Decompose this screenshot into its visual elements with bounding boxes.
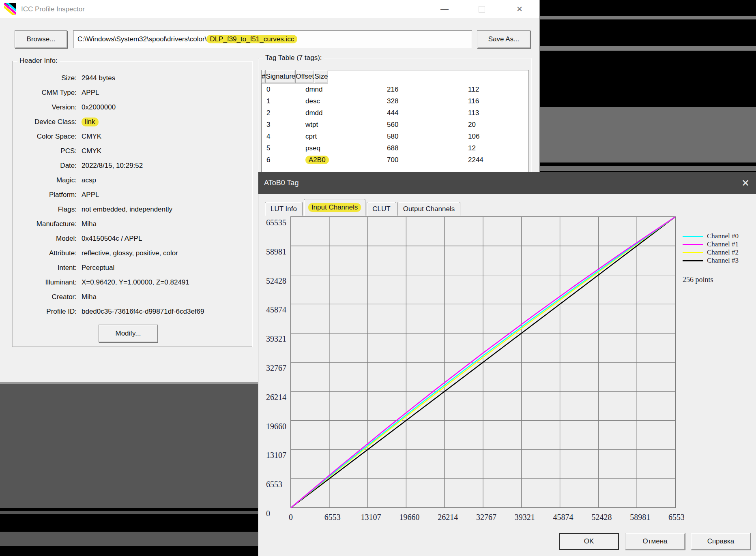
svg-text:65535: 65535 [668,513,684,522]
table-row[interactable]: 5 pseq 688 12 [262,142,528,154]
tab-label: Input Channels [308,203,361,212]
field-value: bded0c35-73616f4c-d99871df-6cd3ef69 [82,308,204,316]
column-header[interactable]: Size [314,70,328,83]
maximize-button[interactable] [472,0,491,18]
window-title: ICC Profile Inspector [21,0,85,18]
minimize-button[interactable]: — [435,0,454,18]
file-path-prefix: C:\Windows\System32\spool\drivers\color\ [77,35,206,43]
svg-text:45874: 45874 [266,305,286,314]
dialog-close-button[interactable]: ✕ [735,172,756,194]
svg-text:58981: 58981 [630,513,650,522]
field-label: PCS: [16,147,77,155]
table-row[interactable]: 2 dmdd 444 113 [262,107,528,119]
tag-offset: 688 [380,144,462,152]
svg-text:45874: 45874 [553,513,573,522]
chart-canvas: 6553558981524284587439321327672621419660… [262,213,684,527]
header-field-row: Flags: not embedded, independently [16,202,249,217]
tag-index: 6 [262,156,299,164]
file-path-input[interactable]: C:\Windows\System32\spool\drivers\color\… [73,30,472,48]
field-value: 0x4150504c / APPL [82,235,142,243]
minimize-icon: — [440,4,449,14]
tag-size: 116 [462,97,527,105]
help-button[interactable]: Справка [691,533,751,550]
header-field-row: Device Class: link [16,115,249,129]
svg-text:0: 0 [266,509,270,518]
svg-text:26214: 26214 [266,393,286,402]
field-label: Version: [16,103,77,111]
cancel-button[interactable]: Отмена [625,533,685,550]
field-value: acsp [82,176,96,184]
field-label: Attribute: [16,249,77,257]
tag-signature: desc [299,97,380,105]
header-info-group-label: Header Info: [17,57,60,65]
input-channels-chart: 6553558981524284587439321327672621419660… [262,213,684,527]
header-field-row: Platform: APPL [16,188,249,202]
desktop-artifact-bottom-left [0,382,258,556]
header-field-row: Date: 2022/8/15, 10:29:52 [16,158,249,173]
svg-text:19660: 19660 [266,422,286,431]
dialog-tab[interactable]: Input Channels [304,199,365,216]
table-row[interactable]: 0 dmnd 216 112 [262,83,528,95]
header-field-row: Creator: Miha [16,290,249,304]
app-cmyk-icon [4,3,16,15]
field-value: reflective, glossy, positive, color [82,249,178,257]
tag-offset: 328 [380,97,462,105]
atob0-tag-dialog: AToB0 Tag ✕ LUT Info Input Channels CLUT… [258,172,756,556]
column-header[interactable]: # [262,70,266,83]
field-value: X=0.96420, Y=1.00000, Z=0.82491 [82,278,189,287]
column-header[interactable]: Signature [266,70,296,83]
table-row[interactable]: 1 desc 328 116 [262,95,528,107]
ok-button[interactable]: OK [559,533,619,550]
dialog-title: AToB0 Tag [264,172,299,194]
title-bar[interactable]: ICC Profile Inspector — ✕ [0,0,539,18]
artifact-stripe [0,508,258,511]
header-field-row: PCS: CMYK [16,144,249,158]
tag-index: 4 [262,133,299,141]
table-row[interactable]: 4 cprt 580 106 [262,130,528,142]
header-info-fields: Size: 2944 bytes CMM Type: APPL Version:… [16,71,249,319]
header-info-group: Header Info: Size: 2944 bytes CMM Type: … [12,61,252,347]
field-label: Size: [16,74,77,82]
save-as-button[interactable]: Save As... [477,30,530,48]
table-row[interactable]: 3 wtpt 560 20 [262,119,528,130]
tag-table-group-label: Tag Table (7 tags): [263,54,324,62]
svg-text:39321: 39321 [515,513,535,522]
table-row[interactable]: 6 A2B0 700 2244 [262,154,528,166]
artifact-stripe [0,546,258,556]
legend-label: Channel #2 [707,248,739,257]
tag-table-body: 0 dmnd 216 112 1 desc 328 116 2 dmdd [262,83,528,166]
field-label: Intent: [16,264,77,272]
tag-offset: 580 [380,133,462,141]
browse-button[interactable]: Browse... [15,30,67,48]
modify-button[interactable]: Modify... [99,325,158,342]
field-value: Miha [82,293,97,301]
legend-line-swatch [683,252,703,253]
chart-legend: Channel #0 Channel #1 Channel #2 Channel… [683,232,754,265]
tag-offset: 216 [380,86,462,94]
field-label: Creator: [16,293,77,301]
close-button[interactable]: ✕ [510,0,529,18]
tag-size: 112 [462,86,527,94]
header-field-row: Illuminant: X=0.96420, Y=1.00000, Z=0.82… [16,275,249,290]
dialog-title-bar[interactable]: AToB0 Tag ✕ [258,172,756,194]
header-field-row: Model: 0x4150504c / APPL [16,231,249,246]
tag-offset: 560 [380,121,462,129]
svg-text:6553: 6553 [324,513,341,522]
tab-label: CLUT [372,205,390,213]
field-value: Perceptual [82,264,114,272]
tag-offset: 700 [380,156,462,164]
header-field-row: Intent: Perceptual [16,261,249,275]
field-label: Illuminant: [16,278,77,287]
field-label: Date: [16,162,77,170]
tag-size: 106 [462,133,527,141]
column-header[interactable]: Offset [296,70,314,83]
legend-entry: Channel #0 [683,232,754,240]
tag-table-header: # Signature Offset Size [262,70,528,83]
field-label: CMM Type: [16,89,77,97]
header-field-row: Magic: acsp [16,173,249,188]
artifact-stripe [0,514,258,532]
points-count-label: 256 points [683,276,713,284]
header-field-row: CMM Type: APPL [16,86,249,100]
header-field-row: Manufacture: Miha [16,217,249,231]
header-field-row: Profile ID: bded0c35-73616f4c-d99871df-6… [16,304,249,319]
